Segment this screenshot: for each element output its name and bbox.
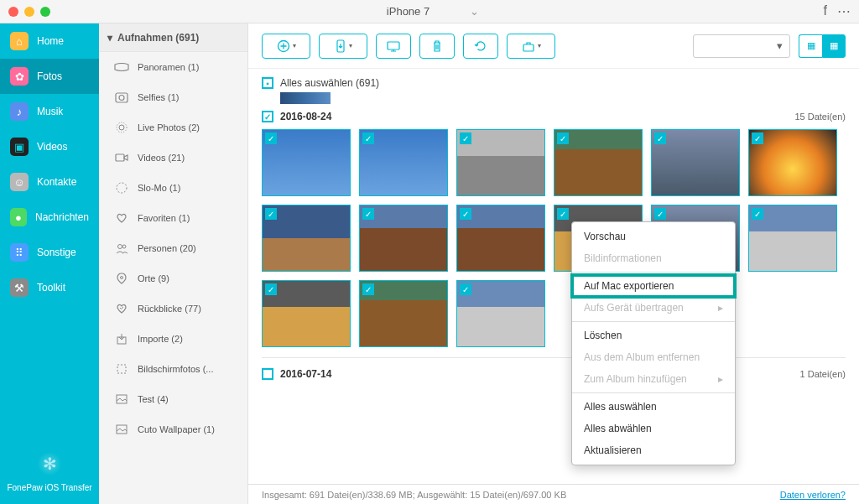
photo-thumb[interactable] — [748, 129, 837, 196]
thumb-checkbox[interactable] — [362, 283, 374, 295]
thumb-checkbox[interactable] — [362, 208, 374, 220]
photo-thumb[interactable] — [456, 205, 545, 272]
titlebar: iPhone 7 ⌄ f ⋯ — [0, 0, 859, 23]
thumb-checkbox[interactable] — [362, 132, 374, 144]
main-area: ▾ ▾ ▾ ▾ ▦ ▦ ▪ Alles auswählen (691) 2016… — [248, 23, 859, 504]
thumb-checkbox[interactable] — [752, 132, 763, 144]
photo-thumb[interactable] — [456, 280, 545, 347]
maximize-icon[interactable] — [40, 7, 50, 17]
device-selector[interactable]: iPhone 7 ⌄ — [380, 5, 479, 18]
data-lost-link[interactable]: Daten verloren? — [780, 490, 846, 500]
people-icon — [114, 242, 129, 254]
sidebar-item-fotos[interactable]: ✿Fotos — [0, 59, 99, 94]
photo-thumb[interactable] — [262, 280, 351, 347]
app-logo-icon — [35, 449, 64, 478]
sidebar-item-videos[interactable]: ▣Videos — [0, 129, 99, 164]
export-device-button[interactable]: ▾ — [319, 34, 367, 59]
group-header[interactable]: 2016-08-24 15 Datei(en) — [262, 111, 846, 122]
album-bildschirmfotos[interactable]: Bildschirmfotos (... — [99, 354, 247, 384]
select-all-checkbox[interactable]: ▪ — [262, 77, 273, 89]
toolbox-button[interactable]: ▾ — [507, 34, 555, 59]
thumb-checkbox[interactable] — [460, 132, 471, 144]
sidebar-item-kontakte[interactable]: ☺Kontakte — [0, 164, 99, 200]
photo-thumb[interactable] — [359, 129, 448, 196]
album-panoramen[interactable]: Panoramen (1) — [99, 52, 247, 82]
chevron-down-icon: ▾ — [538, 42, 541, 49]
toolkit-icon: ⚒ — [10, 278, 29, 297]
separator — [572, 321, 735, 322]
chevron-down-icon: ▾ — [293, 42, 296, 49]
chevron-down-icon: ▾ — [349, 42, 352, 49]
panorama-icon — [114, 61, 129, 73]
thumb-checkbox[interactable] — [654, 132, 666, 144]
add-button[interactable]: ▾ — [262, 34, 310, 59]
cm-refresh[interactable]: Aktualisieren — [572, 439, 735, 461]
svg-point-5 — [117, 183, 127, 193]
view-list-button[interactable]: ▦ — [799, 34, 822, 58]
photo-thumb[interactable] — [748, 205, 837, 272]
photo-thumb[interactable] — [262, 129, 351, 196]
cm-deselect-all[interactable]: Alles abwählen — [572, 418, 735, 439]
album-personen[interactable]: Personen (20) — [99, 233, 247, 263]
album-test[interactable]: Test (4) — [99, 384, 247, 414]
cm-select-all[interactable]: Alles auswählen — [572, 396, 735, 418]
photo-grid — [262, 129, 846, 347]
thumb-checkbox[interactable] — [460, 208, 471, 220]
album-livephotos[interactable]: Live Photos (2) — [99, 112, 247, 143]
sidebar-item-musik[interactable]: ♪Musik — [0, 94, 99, 129]
slomo-icon — [114, 182, 129, 194]
album-panel: ▾Aufnahmen (691) Panoramen (1) Selfies (… — [99, 23, 248, 504]
album-cuto[interactable]: Cuto Wallpaper (1) — [99, 414, 247, 444]
photo-thumb[interactable] — [554, 129, 643, 196]
group-checkbox[interactable] — [262, 111, 273, 122]
thumb-checkbox[interactable] — [265, 132, 277, 144]
album-favoriten[interactable]: Favoriten (1) — [99, 203, 247, 233]
refresh-button[interactable] — [463, 34, 498, 59]
album-videos[interactable]: Videos (21) — [99, 143, 247, 173]
view-grid-button[interactable]: ▦ — [822, 34, 846, 58]
music-icon: ♪ — [10, 102, 29, 121]
export-pc-button[interactable] — [376, 34, 411, 59]
cm-add-album: Zum Album hinzufügen▸ — [572, 368, 735, 390]
videocam-icon — [114, 152, 129, 164]
close-icon[interactable] — [8, 7, 18, 17]
thumb-checkbox[interactable] — [557, 132, 569, 144]
sidebar-item-sonstige[interactable]: ⠿Sonstige — [0, 235, 99, 270]
cm-delete[interactable]: Löschen — [572, 325, 735, 346]
feedback-icon[interactable]: ⋯ — [837, 3, 851, 19]
photo-thumb[interactable] — [359, 205, 448, 272]
album-importe[interactable]: Importe (2) — [99, 324, 247, 354]
cm-export-mac[interactable]: Auf Mac exportieren — [572, 275, 735, 297]
group-checkbox[interactable] — [262, 368, 273, 380]
delete-button[interactable] — [419, 34, 455, 59]
sidebar-item-nachrichten[interactable]: ●Nachrichten — [0, 200, 99, 235]
group-header[interactable]: 2016-07-14 1 Datei(en) — [262, 368, 846, 380]
thumb-checkbox[interactable] — [557, 208, 569, 220]
album-rueckblicke[interactable]: Rückblicke (77) — [99, 294, 247, 324]
filter-dropdown[interactable]: ▾ — [693, 34, 790, 58]
thumb-checkbox[interactable] — [460, 283, 471, 295]
toolbar: ▾ ▾ ▾ ▾ ▦ ▦ — [248, 23, 859, 69]
photo-thumb[interactable] — [359, 280, 448, 347]
select-all-row[interactable]: ▪ Alles auswählen (691) — [262, 77, 846, 89]
cm-preview[interactable]: Vorschau — [572, 226, 735, 247]
thumb-checkbox[interactable] — [265, 208, 277, 220]
thumb-checkbox[interactable] — [752, 208, 763, 220]
photo-thumb[interactable] — [262, 205, 351, 272]
thumb-checkbox[interactable] — [654, 208, 666, 220]
minimize-icon[interactable] — [24, 7, 34, 17]
location-icon — [114, 273, 129, 284]
album-orte[interactable]: Orte (9) — [99, 263, 247, 294]
thumb-checkbox[interactable] — [265, 283, 277, 295]
facebook-icon[interactable]: f — [824, 3, 827, 19]
sidebar-item-home[interactable]: ⌂Home — [0, 23, 99, 59]
photo-thumb[interactable] — [456, 129, 545, 196]
sidebar-item-toolkit[interactable]: ⚒Toolkit — [0, 270, 99, 305]
album-selfies[interactable]: Selfies (1) — [99, 82, 247, 112]
screenshot-icon — [114, 363, 129, 375]
svg-rect-0 — [116, 93, 128, 102]
album-slomo[interactable]: Slo-Mo (1) — [99, 173, 247, 203]
photo-thumb[interactable] — [651, 129, 740, 196]
status-bar: Insgesamt: 691 Datei(en)/338.69 MB; Ausg… — [248, 484, 859, 504]
album-panel-header[interactable]: ▾Aufnahmen (691) — [99, 23, 247, 52]
